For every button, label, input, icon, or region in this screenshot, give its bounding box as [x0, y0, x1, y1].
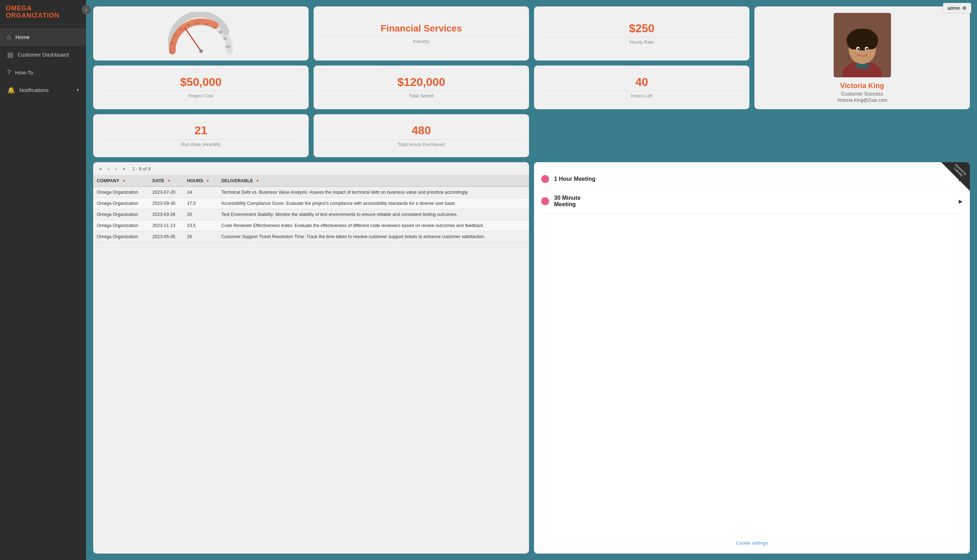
cell-date: 2023-05-05: [149, 231, 183, 242]
chevron-down-icon: ▾: [77, 88, 79, 92]
sidebar-item-how-to-label: How-To: [15, 70, 33, 75]
col-deliverable[interactable]: DELIVERABLE ▼: [218, 175, 529, 187]
industry-label: Industry: [321, 36, 522, 44]
main-content: 0 10 20 30 40 50 60 70 80 90 100 Financi…: [86, 0, 977, 560]
profile-email: Victoria.King@Zuar.com: [837, 97, 887, 103]
one-hour-meeting-item[interactable]: 1 Hour Meeting ▶: [541, 169, 963, 189]
cell-deliverable: Code Reviewer Effectiveness Index: Evalu…: [218, 220, 529, 231]
total-spend-label: Total Spend: [321, 91, 522, 98]
help-icon: ?: [7, 69, 11, 76]
hours-left-value: 40: [636, 76, 648, 88]
calendly-inner: powered by Calendly 1 Hour Meeting ▶ 30 …: [534, 162, 970, 553]
sidebar-item-customer-dashboard-label: Customer Dashboard: [18, 52, 69, 58]
svg-point-23: [857, 48, 860, 50]
sidebar-nav: ⌂ Home ▤ Customer Dashboard ? How-To 🔔 N…: [0, 28, 86, 99]
next-page-button[interactable]: ›: [113, 165, 119, 172]
industry-card: Financial Services Industry: [314, 7, 529, 60]
collapse-icon: ‹: [86, 7, 87, 13]
sidebar-item-how-to[interactable]: ? How-To: [0, 64, 86, 81]
project-cost-label: Project Cost: [100, 91, 301, 98]
table-row: Omega Organization 2023-03-26 20 Test En…: [93, 209, 529, 220]
hours-left-card: 40 Hours Left: [534, 65, 749, 110]
run-rate-card: 21 Run Rate (Hrs/Wk): [93, 114, 309, 157]
page-info: 1 - 9 of 9: [132, 166, 151, 172]
col-company[interactable]: COMPANY ▼: [93, 175, 149, 187]
thirty-min-meeting-item[interactable]: 30 MinuteMeeting ▶: [541, 189, 963, 214]
profile-image-svg: [834, 13, 891, 77]
svg-text:30: 30: [179, 28, 182, 31]
profile-name: Victoria King: [840, 82, 884, 90]
first-page-button[interactable]: «: [97, 165, 104, 172]
calendly-card: powered by Calendly 1 Hour Meeting ▶ 30 …: [534, 162, 970, 553]
total-hours-card: 480 Total Hours Purchased: [314, 114, 529, 157]
meeting-dot-30min: [541, 197, 549, 205]
cell-company: Omega Organization: [93, 231, 149, 242]
cell-hours: 26: [184, 231, 218, 242]
svg-text:80: 80: [219, 30, 222, 34]
cell-deliverable: Technical Debt vs. Business Value Analys…: [218, 187, 529, 198]
cell-deliverable: Customer Support Ticket Resolution Time:…: [218, 231, 529, 242]
total-hours-value: 480: [412, 124, 431, 137]
prev-page-button[interactable]: ‹: [106, 165, 112, 172]
cell-date: 2023-07-20: [149, 187, 183, 198]
svg-text:90: 90: [223, 37, 226, 40]
cell-company: Omega Organization: [93, 198, 149, 209]
table-row: Omega Organization 2023-07-20 14 Technic…: [93, 187, 529, 198]
sidebar-item-notifications[interactable]: 🔔 Notifications ▾: [0, 81, 86, 99]
date-filter-icon[interactable]: ▼: [167, 179, 171, 183]
chart-icon: ▤: [7, 51, 13, 59]
sidebar-item-notifications-label: Notifications: [19, 87, 49, 93]
calendly-badge: powered by Calendly: [941, 162, 970, 191]
hours-filter-icon[interactable]: ▼: [206, 179, 210, 183]
bottom-row: « ‹ › » 1 - 9 of 9 COMPANY ▼: [93, 162, 970, 553]
col-date[interactable]: DATE ▼: [149, 175, 183, 187]
data-table: COMPANY ▼ DATE ▼ HOURS ▼: [93, 175, 529, 242]
cell-company: Omega Organization: [93, 220, 149, 231]
last-page-button[interactable]: »: [121, 165, 127, 172]
gauge-card: 0 10 20 30 40 50 60 70 80 90 100: [93, 7, 309, 60]
total-spend-card: $120,000 Total Spend: [314, 65, 529, 110]
table-row: Omega Organization 2023-05-05 26 Custome…: [93, 231, 529, 242]
cell-date: 2023-11-13: [149, 220, 183, 231]
sidebar-item-home-label: Home: [15, 34, 30, 40]
cell-hours: 17.5: [184, 198, 218, 209]
cookie-settings-link[interactable]: Cookie settings: [541, 536, 963, 550]
profile-card: Victoria King Customer Success Victoria.…: [754, 7, 970, 109]
bell-icon: 🔔: [7, 86, 15, 94]
table-row: Omega Organization 2023-11-13 23.5 Code …: [93, 220, 529, 231]
sidebar-item-customer-dashboard[interactable]: ▤ Customer Dashboard: [0, 46, 86, 64]
topbar: admin ⚙: [937, 0, 977, 16]
cell-company: Omega Organization: [93, 209, 149, 220]
cell-date: 2023-03-26: [149, 209, 183, 220]
col-hours[interactable]: HOURS ▼: [184, 175, 218, 187]
industry-title: Financial Services: [381, 23, 462, 34]
hourly-rate-label: Hourly Rate: [541, 37, 742, 45]
svg-text:0: 0: [170, 50, 172, 54]
company-filter-icon[interactable]: ▼: [122, 179, 126, 183]
logo: OMEGA ORGANIZATION: [0, 0, 86, 25]
sidebar-collapse-button[interactable]: ‹: [82, 5, 91, 14]
table-row: Omega Organization 2023-09-30 17.5 Acces…: [93, 198, 529, 209]
cell-date: 2023-09-30: [149, 198, 183, 209]
deliverable-filter-icon[interactable]: ▼: [256, 179, 259, 183]
meeting-dot-1hour: [541, 175, 549, 183]
sidebar-item-home[interactable]: ⌂ Home: [0, 28, 86, 46]
cell-deliverable: Accessibility Compliance Score: Evaluate…: [218, 198, 529, 209]
table-card: « ‹ › » 1 - 9 of 9 COMPANY ▼: [93, 162, 529, 553]
project-cost-value: $50,000: [180, 76, 222, 88]
project-cost-card: $50,000 Project Cost: [93, 65, 309, 110]
pagination-bar: « ‹ › » 1 - 9 of 9: [93, 162, 529, 175]
gauge-svg: 0 10 20 30 40 50 60 70 80 90 100: [165, 12, 237, 55]
admin-button[interactable]: admin ⚙: [943, 3, 971, 13]
svg-text:100: 100: [225, 45, 230, 48]
sidebar: OMEGA ORGANIZATION ⌂ Home ▤ Customer Das…: [0, 0, 86, 560]
cell-hours: 14: [184, 187, 218, 198]
svg-point-24: [866, 48, 868, 50]
svg-line-0: [185, 28, 201, 51]
run-rate-label: Run Rate (Hrs/Wk): [100, 139, 301, 147]
table-scroll[interactable]: COMPANY ▼ DATE ▼ HOURS ▼: [93, 175, 529, 242]
cell-hours: 20: [184, 209, 218, 220]
logo-text: OMEGA ORGANIZATION: [6, 5, 80, 19]
cell-hours: 23.5: [184, 220, 218, 231]
one-hour-meeting-label: 1 Hour Meeting: [554, 176, 954, 182]
